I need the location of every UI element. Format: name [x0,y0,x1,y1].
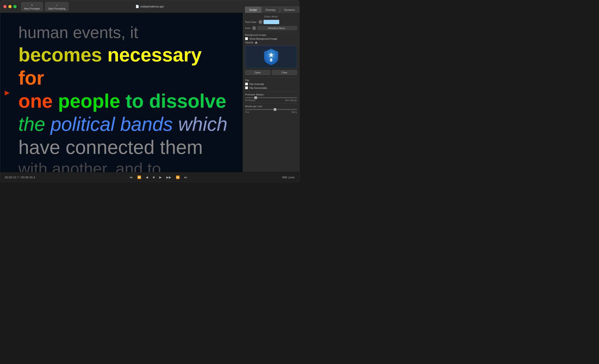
flip-vertically-label[interactable]: Flip Vertically [249,83,264,85]
divider-1 [245,32,297,32]
flip-label: Flip: [245,79,297,82]
prompter-margin-slider-labels: No Margin Max Margin [245,99,297,102]
show-bg-image-row: Show Background Image [245,37,297,40]
show-bg-image-checkbox[interactable] [245,37,248,40]
minimize-button[interactable] [9,5,12,8]
flip-section: Flip: Flip Vertically Flip Horizontally [245,79,297,89]
prompter-line-5: have connected them [18,136,229,159]
words-per-line-slider-track[interactable] [245,109,297,110]
word-to: to [125,90,144,112]
bottom-bar: 00:00:10.7 / 00:06:26.4 ⏮ ⏪ ◀ ■ ▶ ▶▶ ⏩ ⏭… [0,172,299,182]
opacity-slider-thumb[interactable] [255,41,257,43]
words-per-line-slider-labels: Few Many [245,111,297,113]
skip-to-start-button[interactable]: ⏮ [129,175,134,180]
main-layout: ▶ human events, it becomes necessary for… [0,13,299,172]
arrow-right-icon: › [56,3,57,7]
toolbar-buttons: + New Prompter › Start Prompting [21,2,69,11]
show-bg-image-label[interactable]: Show Background Image [249,37,277,40]
opacity-label: Opacity [245,41,254,44]
word-dissolve: dissolve [149,90,226,112]
words-per-line-slider-thumb[interactable] [274,108,276,111]
prompter-line-2: becomes necessary for [18,43,229,90]
max-margin-label: Max Margin [285,99,297,102]
word-which: which [178,113,227,135]
font-label: Font: [245,27,251,29]
editor-mode-label: Editor Mode [245,15,297,18]
word-becomes: becomes [18,44,102,66]
shield-svg [263,48,279,66]
word-one: one [18,90,53,112]
opacity-row: Opacity [245,41,297,44]
flip-horizontally-row: Flip Horizontally [245,86,297,89]
many-label: Many [291,111,297,113]
lines-count: 398 Lines [282,176,295,179]
word-for: for [18,67,44,89]
divider-4 [245,103,297,104]
close-button[interactable] [3,5,7,8]
nav-tabs: Script Overlay Screens [245,7,299,13]
open-button[interactable]: Open [245,70,271,75]
rewind-button[interactable]: ⏪ [136,175,142,180]
words-per-line-section-label: Words per Line: [245,105,297,108]
traffic-lights [3,5,17,8]
fast-forward-button[interactable]: ⏩ [175,175,181,180]
flip-vertically-checkbox[interactable] [245,83,248,85]
font-select-button[interactable]: Helvetica Neue... [257,26,297,30]
prompter-view: ▶ human events, it becomes necessary for… [0,13,243,172]
skip-to-end-button[interactable]: ⏭ [183,175,188,180]
prompter-line-3: one people to dissolve [18,90,229,113]
bg-image-section-label: Background Image: [245,34,297,36]
start-prompting-button[interactable]: › Start Prompting [45,2,68,11]
play-button[interactable]: ▶ [158,175,163,180]
open-clear-btn-row: Open Clear [245,70,297,75]
new-prompter-button[interactable]: + New Prompter [21,2,43,11]
clear-button[interactable]: Clear [272,70,297,75]
maximize-button[interactable] [13,5,17,8]
few-label: Few [245,111,249,113]
title-text: independence.ppr [141,5,164,8]
prompter-line-6: with another, and to [18,159,229,172]
text-color-box[interactable] [264,20,279,24]
flip-vertically-row: Flip Vertically [245,83,297,85]
svg-rect-2 [271,58,272,60]
window-title: 📄 independence.ppr [135,5,164,8]
current-time: 00:00:10.7 [5,176,19,179]
word-necessary: necessary [107,44,202,66]
total-time: 00:06:26.4 [21,176,35,179]
word-people: people [58,90,120,112]
tab-script[interactable]: Script [245,7,261,13]
titlebar: + New Prompter › Start Prompting 📄 indep… [0,0,299,13]
font-row: Font: ∅ Helvetica Neue... [245,26,297,30]
prompter-margin-slider-thumb[interactable] [254,96,257,99]
top-navigation: Script Overlay Screens [245,0,299,13]
right-panel: Editor Mode Text Color: ∅ Font: ∅ Helvet… [243,13,299,172]
play-position-indicator: ▶ [5,89,10,96]
prompter-text-area: human events, it becomes necessary for o… [0,13,243,172]
no-margin-label: No Margin [245,99,255,102]
flip-horizontally-checkbox[interactable] [245,86,248,89]
tab-overlay[interactable]: Overlay [261,7,280,13]
divider-2 [245,77,297,77]
stop-button[interactable]: ■ [152,175,155,180]
word-bands: bands [120,113,173,135]
document-icon: 📄 [135,5,139,8]
new-prompter-label: New Prompter [24,7,40,10]
tab-screens[interactable]: Screens [280,7,299,13]
transport-controls: ⏮ ⏪ ◀ ■ ▶ ▶▶ ⏩ ⏭ [35,175,282,180]
word-political: political [51,113,115,135]
step-back-button[interactable]: ◀ [145,175,149,180]
text-color-circle-btn[interactable]: ∅ [258,20,263,24]
prompter-line-4: the political bands which [18,113,229,136]
step-forward-button[interactable]: ▶▶ [165,175,172,180]
text-color-row: Text Color: ∅ [245,20,297,24]
plus-icon: + [31,3,33,7]
text-color-label: Text Color: [245,21,257,23]
word-the: the [18,113,45,135]
flip-horizontally-label[interactable]: Flip Horizontally [249,87,267,89]
time-display: 00:00:10.7 / 00:06:26.4 [5,176,35,179]
bg-image-preview [245,46,297,68]
text-color-swatch: ∅ [258,20,279,24]
font-circle-btn[interactable]: ∅ [252,26,256,30]
start-prompting-label: Start Prompting [48,7,65,10]
prompter-margin-slider-track[interactable] [245,97,297,98]
